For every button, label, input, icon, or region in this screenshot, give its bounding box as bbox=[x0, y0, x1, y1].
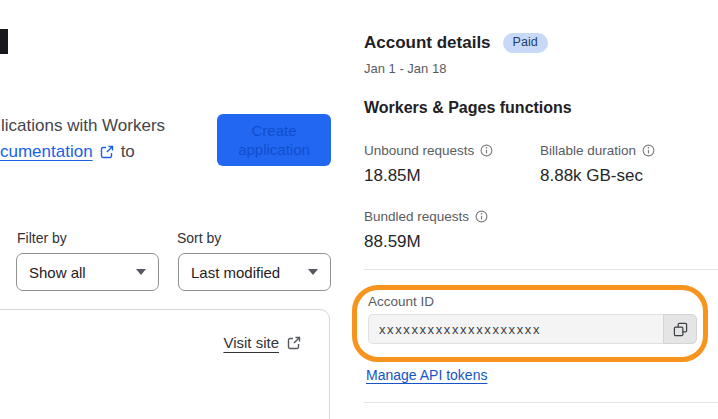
intro-suffix-text: to bbox=[121, 142, 135, 162]
documentation-link[interactable]: cumentation bbox=[0, 142, 93, 162]
manage-api-tokens-link[interactable]: Manage API tokens bbox=[366, 367, 487, 383]
info-circle-icon[interactable] bbox=[642, 144, 655, 157]
paid-plan-badge: Paid bbox=[503, 33, 548, 53]
stat-unbound-requests: Unbound requests 18.85M bbox=[364, 143, 493, 186]
filter-by-label: Filter by bbox=[17, 230, 67, 246]
stat-value: 88.59M bbox=[364, 232, 488, 252]
account-id-label: Account ID bbox=[368, 294, 434, 309]
stat-label: Billable duration bbox=[540, 143, 636, 158]
sort-by-label: Sort by bbox=[177, 230, 221, 246]
workers-pages-dashboard: lications with Workers cumentation to Cr… bbox=[0, 0, 718, 419]
stat-billable-duration: Billable duration 8.88k GB-sec bbox=[540, 143, 655, 186]
filter-dropdown[interactable]: Show all bbox=[16, 253, 159, 291]
stat-bundled-requests: Bundled requests 88.59M bbox=[364, 209, 488, 252]
external-link-icon bbox=[287, 336, 301, 350]
intro-text-line2: cumentation to bbox=[0, 142, 135, 162]
copy-icon bbox=[673, 322, 688, 337]
account-details-title: Account details bbox=[364, 33, 491, 53]
create-application-button[interactable]: Create application bbox=[217, 114, 331, 166]
functions-section-title: Workers & Pages functions bbox=[364, 99, 572, 117]
sort-dropdown[interactable]: Last modified bbox=[178, 253, 331, 291]
stat-label: Unbound requests bbox=[364, 143, 474, 158]
visit-site-wrap: Visit site bbox=[223, 334, 301, 351]
sort-dropdown-value: Last modified bbox=[191, 264, 280, 281]
stat-label: Bundled requests bbox=[364, 209, 469, 224]
chevron-down-icon bbox=[308, 269, 318, 275]
divider bbox=[364, 402, 718, 403]
external-link-icon bbox=[100, 145, 114, 159]
info-circle-icon[interactable] bbox=[480, 144, 493, 157]
stat-value: 8.88k GB-sec bbox=[540, 166, 655, 186]
filter-dropdown-value: Show all bbox=[29, 264, 86, 281]
left-edge-artifact bbox=[0, 29, 8, 54]
site-card: Visit site bbox=[0, 309, 330, 419]
account-id-field-group bbox=[368, 314, 697, 344]
date-range: Jan 1 - Jan 18 bbox=[364, 61, 446, 76]
chevron-down-icon bbox=[136, 269, 146, 275]
intro-text-line1: lications with Workers bbox=[1, 116, 165, 136]
divider bbox=[364, 269, 718, 270]
stat-value: 18.85M bbox=[364, 166, 493, 186]
visit-site-link[interactable]: Visit site bbox=[223, 334, 279, 351]
copy-button[interactable] bbox=[663, 314, 697, 344]
account-id-input[interactable] bbox=[368, 314, 663, 344]
info-circle-icon[interactable] bbox=[475, 210, 488, 223]
account-details-header: Account details Paid bbox=[364, 33, 548, 53]
